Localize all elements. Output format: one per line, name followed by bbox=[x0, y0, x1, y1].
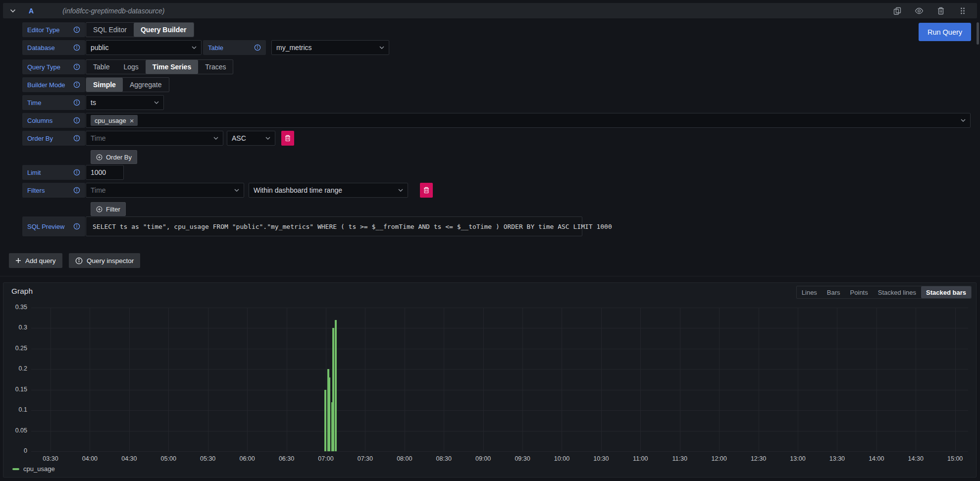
x-axis-tick-label: 08:30 bbox=[430, 455, 458, 462]
limit-input[interactable] bbox=[91, 168, 119, 176]
order-by-column-select[interactable]: Time bbox=[86, 131, 223, 146]
x-axis-tick-label: 10:00 bbox=[548, 455, 575, 462]
info-icon[interactable] bbox=[73, 81, 80, 88]
field-label-builder-mode: Builder Mode bbox=[22, 77, 85, 92]
x-axis-tick-label: 13:00 bbox=[784, 455, 812, 462]
mode-lines[interactable]: Lines bbox=[797, 286, 822, 298]
info-icon[interactable] bbox=[73, 135, 80, 142]
editor-type-switch: SQL EditorQuery Builder bbox=[86, 22, 194, 37]
field-label-table: Table bbox=[203, 40, 266, 55]
remove-chip-icon[interactable]: × bbox=[130, 117, 134, 124]
info-icon[interactable] bbox=[73, 169, 80, 176]
graph-panel-title: Graph bbox=[11, 287, 33, 296]
grid-line-horizontal bbox=[31, 390, 968, 390]
mode-stacked-lines[interactable]: Stacked lines bbox=[873, 286, 921, 298]
field-label-query-type: Query Type bbox=[22, 59, 85, 74]
grid-line-vertical bbox=[916, 308, 916, 451]
option-traces[interactable]: Traces bbox=[198, 60, 233, 74]
info-icon[interactable] bbox=[73, 99, 80, 106]
option-table[interactable]: Table bbox=[86, 60, 116, 74]
option-query-builder[interactable]: Query Builder bbox=[134, 23, 194, 37]
chevron-down-icon bbox=[961, 119, 966, 122]
add-filter-label: Filter bbox=[106, 206, 120, 213]
toggle-visibility-eye-icon[interactable] bbox=[912, 5, 927, 17]
column-chip-cpu-usage[interactable]: cpu_usage× bbox=[91, 115, 138, 126]
chevron-down-icon bbox=[192, 46, 197, 49]
columns-multiselect[interactable]: cpu_usage× bbox=[86, 113, 971, 128]
x-axis-tick-label: 05:30 bbox=[194, 455, 222, 462]
run-query-button[interactable]: Run Query bbox=[919, 23, 971, 41]
grid-line-vertical bbox=[719, 308, 720, 451]
order-by-direction-select[interactable]: ASC bbox=[227, 131, 275, 146]
add-filter-button[interactable]: Filter bbox=[91, 202, 126, 216]
info-icon[interactable] bbox=[73, 63, 80, 70]
x-axis-tick-label: 08:00 bbox=[391, 455, 418, 462]
option-simple[interactable]: Simple bbox=[86, 78, 123, 92]
section-divider bbox=[0, 276, 980, 276]
info-icon[interactable] bbox=[73, 223, 80, 230]
grid-line-vertical bbox=[640, 308, 641, 451]
option-aggregate[interactable]: Aggregate bbox=[123, 78, 169, 92]
x-axis-tick-label: 14:00 bbox=[863, 455, 890, 462]
plot-area[interactable] bbox=[31, 308, 968, 451]
query-row-header[interactable]: A (info8fcc-greptimedb-datasource) bbox=[3, 3, 977, 18]
grid-line-horizontal bbox=[31, 308, 968, 308]
add-order-by-button[interactable]: Order By bbox=[91, 150, 137, 164]
field-label-database: Database bbox=[22, 40, 85, 55]
info-icon[interactable] bbox=[73, 26, 80, 33]
y-axis-tick-label: 0 bbox=[3, 447, 27, 454]
chart-bar-cpu-usage-07-02 bbox=[328, 377, 330, 451]
delete-query-trash-icon[interactable] bbox=[933, 5, 948, 17]
grid-line-vertical bbox=[483, 308, 484, 451]
x-axis-tick-label: 05:00 bbox=[155, 455, 182, 462]
mode-bars[interactable]: Bars bbox=[822, 286, 845, 298]
option-logs[interactable]: Logs bbox=[116, 60, 145, 74]
filter-column-select[interactable]: Time bbox=[86, 183, 244, 198]
chevron-down-icon bbox=[398, 189, 403, 192]
display-mode-group: LinesBarsPointsStacked linesStacked bars bbox=[796, 286, 972, 299]
y-axis-tick-label: 0.35 bbox=[3, 304, 27, 311]
time-column-select[interactable]: ts bbox=[86, 95, 164, 110]
grid-line-vertical bbox=[837, 308, 837, 451]
info-icon[interactable] bbox=[73, 187, 80, 194]
info-circle-icon bbox=[75, 257, 83, 265]
chevron-down-icon bbox=[234, 189, 239, 192]
mode-points[interactable]: Points bbox=[845, 286, 873, 298]
field-label-limit: Limit bbox=[22, 165, 85, 180]
database-select[interactable]: public bbox=[86, 40, 202, 55]
y-axis-tick-label: 0.15 bbox=[3, 386, 27, 393]
scrollbar-thumb[interactable] bbox=[977, 22, 979, 45]
y-axis-tick-label: 0.1 bbox=[3, 406, 27, 413]
grid-line-vertical bbox=[680, 308, 680, 451]
option-sql-editor[interactable]: SQL Editor bbox=[86, 23, 134, 37]
filter-column-placeholder: Time bbox=[91, 186, 106, 194]
remove-order-by-button[interactable] bbox=[281, 131, 294, 146]
drag-handle-grip-icon[interactable] bbox=[955, 5, 970, 17]
legend-item-cpu-usage[interactable]: cpu_usage bbox=[12, 465, 55, 473]
x-axis-tick-label: 14:30 bbox=[902, 455, 929, 462]
grid-line-horizontal bbox=[31, 431, 968, 431]
table-select[interactable]: my_metrics bbox=[271, 40, 389, 55]
order-by-placeholder: Time bbox=[91, 134, 106, 142]
grid-line-vertical bbox=[522, 308, 523, 451]
table-select-value: my_metrics bbox=[276, 44, 312, 52]
add-query-button[interactable]: Add query bbox=[9, 253, 62, 268]
info-icon[interactable] bbox=[73, 44, 80, 51]
info-icon[interactable] bbox=[73, 117, 80, 124]
plus-icon bbox=[15, 258, 21, 264]
query-ref-id: A bbox=[29, 7, 34, 15]
field-label-filters: Filters bbox=[22, 183, 85, 198]
duplicate-query-icon[interactable] bbox=[890, 5, 905, 17]
y-axis-tick-label: 0.2 bbox=[3, 365, 27, 372]
filter-condition-select[interactable]: Within dashboard time range bbox=[249, 183, 408, 198]
remove-filter-button[interactable] bbox=[420, 183, 433, 198]
query-inspector-button[interactable]: Query inspector bbox=[69, 253, 140, 268]
option-time-series[interactable]: Time Series bbox=[146, 60, 198, 74]
mode-stacked-bars[interactable]: Stacked bars bbox=[921, 286, 971, 298]
filter-condition-value: Within dashboard time range bbox=[254, 186, 342, 194]
info-icon[interactable] bbox=[254, 44, 261, 51]
x-axis-tick-label: 15:00 bbox=[941, 455, 969, 462]
database-label-text: Database bbox=[27, 44, 55, 52]
collapse-chevron-icon[interactable] bbox=[10, 9, 16, 13]
grid-line-vertical bbox=[798, 308, 798, 451]
